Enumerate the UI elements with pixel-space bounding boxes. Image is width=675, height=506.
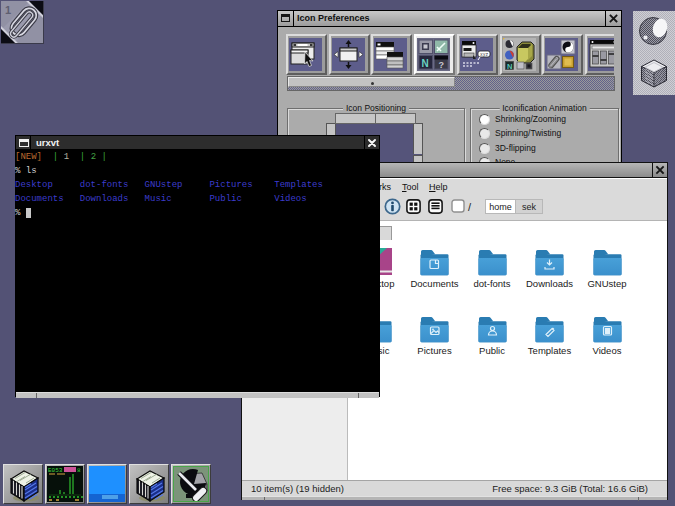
svg-text:8: 8	[77, 467, 81, 474]
svg-text:E053: E053	[48, 467, 63, 474]
svg-text:N: N	[422, 58, 429, 69]
svg-text:?: ?	[439, 60, 445, 70]
svg-text:xyz: xyz	[480, 52, 488, 57]
svg-text:1: 1	[5, 4, 11, 16]
svg-text:N: N	[507, 62, 512, 71]
